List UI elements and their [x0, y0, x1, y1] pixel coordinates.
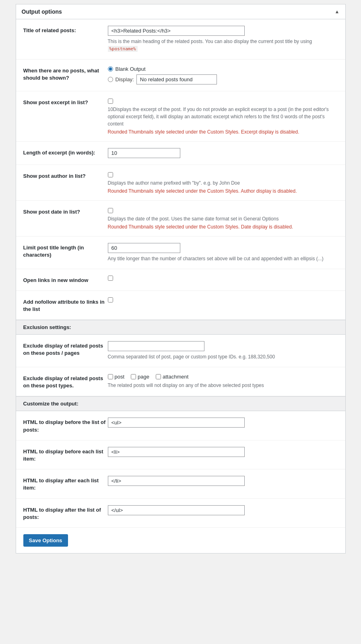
- show-author-label: Show post author in list?: [23, 171, 108, 180]
- title-related-posts-control: This is the main heading of the related …: [108, 26, 338, 53]
- open-new-window-control: [108, 276, 338, 282]
- html-after-item-control: [108, 476, 338, 486]
- exclude-types-checkboxes: post page attachment: [108, 374, 338, 380]
- show-author-description: Displays the author name prefixed with "…: [108, 179, 338, 187]
- exclude-page-checkbox[interactable]: [131, 374, 136, 379]
- show-author-row: Show post author in list? Displays the a…: [16, 165, 345, 201]
- no-posts-row: When there are no posts, what should be …: [16, 60, 345, 91]
- show-excerpt-row: Show post excerpt in list? 10Displays th…: [16, 91, 345, 142]
- html-before-list-row: HTML to display before the list of posts…: [16, 411, 345, 440]
- html-before-item-row: HTML to display before each list item:: [16, 440, 345, 469]
- html-after-list-label: HTML to display after the list of posts:: [23, 505, 108, 521]
- show-date-checkbox[interactable]: [108, 208, 113, 213]
- show-author-warning: Rounded Thumbnails style selected under …: [108, 188, 338, 194]
- html-before-list-input[interactable]: [108, 418, 245, 428]
- exclude-attachment-item: attachment: [156, 374, 188, 380]
- title-length-input[interactable]: [108, 243, 180, 253]
- html-before-item-input[interactable]: [108, 447, 245, 457]
- html-after-list-input[interactable]: [108, 505, 245, 515]
- title-related-posts-row: Title of related posts: This is the main…: [16, 19, 345, 60]
- open-new-window-label: Open links in new window: [23, 276, 108, 284]
- panel-body: Title of related posts: This is the main…: [16, 19, 345, 553]
- html-after-item-row: HTML to display after each list item:: [16, 469, 345, 498]
- exclude-post-item: post: [108, 374, 125, 380]
- blank-output-radio[interactable]: [108, 66, 113, 72]
- html-after-item-label: HTML to display after each list item:: [23, 476, 108, 492]
- exclude-types-row: Exclude display of related posts on thes…: [16, 367, 345, 396]
- title-length-control: Any title longer than the number of char…: [108, 243, 338, 262]
- show-excerpt-checkbox-row: [108, 98, 338, 104]
- excerpt-length-input[interactable]: [108, 148, 180, 158]
- no-posts-display-input[interactable]: [136, 74, 217, 84]
- title-related-posts-description: This is the main heading of the related …: [108, 38, 338, 53]
- show-author-checkbox[interactable]: [108, 172, 113, 177]
- exclude-posts-description: Comma separated list of post, page or cu…: [108, 353, 338, 360]
- exclude-types-description: The related posts will not display on an…: [108, 382, 338, 389]
- html-after-list-control: [108, 505, 338, 515]
- display-output-radio[interactable]: [108, 77, 113, 82]
- exclude-types-label: Exclude display of related posts on thes…: [23, 374, 108, 389]
- no-posts-label: When there are no posts, what should be …: [23, 66, 108, 82]
- display-output-label: Display:: [116, 76, 134, 82]
- html-after-list-row: HTML to display after the list of posts:: [16, 499, 345, 528]
- blank-output-label: Blank Output: [116, 66, 146, 72]
- panel-title: Output options: [22, 8, 62, 15]
- blank-output-radio-item: Blank Output: [108, 66, 338, 72]
- show-date-description: Displays the date of the post. Uses the …: [108, 215, 338, 222]
- title-length-description: Any title longer than the number of char…: [108, 255, 338, 262]
- show-date-row: Show post date in list? Displays the dat…: [16, 201, 345, 237]
- exclude-posts-input[interactable]: [108, 341, 204, 351]
- title-length-label: Limit post title length (in characters): [23, 243, 108, 259]
- show-date-label: Show post date in list?: [23, 207, 108, 216]
- nofollow-checkbox[interactable]: [108, 297, 113, 302]
- exclude-post-checkbox[interactable]: [108, 374, 113, 379]
- exclude-posts-control: Comma separated list of post, page or cu…: [108, 341, 338, 360]
- html-before-list-label: HTML to display before the list of posts…: [23, 418, 108, 433]
- html-before-item-label: HTML to display before each list item:: [23, 447, 108, 463]
- exclude-attachment-label: attachment: [163, 374, 188, 380]
- excerpt-length-label: Length of excerpt (in words):: [23, 148, 108, 156]
- collapse-icon[interactable]: ▲: [335, 9, 340, 14]
- display-radio-item: Display:: [108, 74, 338, 84]
- nofollow-row: Add nofollow attribute to links in the l…: [16, 291, 345, 320]
- exclude-post-label: post: [115, 374, 125, 380]
- show-date-warning: Rounded Thumbnails style selected under …: [108, 224, 338, 230]
- title-related-posts-label: Title of related posts:: [23, 26, 108, 34]
- postname-code: %postname%: [108, 46, 138, 52]
- show-author-control: Displays the author name prefixed with "…: [108, 171, 338, 194]
- show-excerpt-label: Show post excerpt in list?: [23, 98, 108, 106]
- panel-header: Output options ▲: [16, 4, 345, 19]
- excerpt-length-row: Length of excerpt (in words):: [16, 142, 345, 165]
- exclude-posts-label: Exclude display of related posts on thes…: [23, 341, 108, 357]
- nofollow-control: [108, 297, 338, 304]
- html-after-item-input[interactable]: [108, 476, 245, 486]
- html-before-list-control: [108, 418, 338, 428]
- show-excerpt-checkbox[interactable]: [108, 99, 113, 104]
- show-excerpt-control: 10Displays the excerpt of the post. If y…: [108, 98, 338, 135]
- show-author-checkbox-row: [108, 171, 338, 177]
- exclusion-section-header: Exclusion settings:: [16, 320, 345, 335]
- show-date-control: Displays the date of the post. Uses the …: [108, 207, 338, 230]
- html-before-item-control: [108, 447, 338, 457]
- exclude-posts-row: Exclude display of related posts on thes…: [16, 335, 345, 367]
- customize-section-header: Customize the output:: [16, 396, 345, 411]
- no-posts-control: Blank Output Display:: [108, 66, 338, 84]
- no-posts-radio-group: Blank Output Display:: [108, 66, 338, 84]
- save-button[interactable]: Save Options: [23, 534, 68, 547]
- title-related-posts-input[interactable]: [108, 26, 245, 36]
- excerpt-length-control: [108, 148, 338, 158]
- exclude-types-control: post page attachment The related posts w…: [108, 374, 338, 389]
- show-excerpt-description: 10Displays the excerpt of the post. If y…: [108, 106, 338, 128]
- show-excerpt-warning: Rounded Thumbnails style selected under …: [108, 129, 338, 135]
- nofollow-label: Add nofollow attribute to links in the l…: [23, 297, 108, 313]
- exclude-page-item: page: [131, 374, 149, 380]
- exclude-page-label: page: [138, 374, 149, 380]
- exclude-attachment-checkbox[interactable]: [156, 374, 161, 379]
- open-new-window-checkbox[interactable]: [108, 276, 113, 281]
- show-date-checkbox-row: [108, 207, 338, 213]
- output-options-panel: Output options ▲ Title of related posts:…: [16, 4, 346, 553]
- save-button-container: Save Options: [16, 528, 345, 553]
- open-new-window-row: Open links in new window: [16, 269, 345, 291]
- title-length-row: Limit post title length (in characters) …: [16, 237, 345, 269]
